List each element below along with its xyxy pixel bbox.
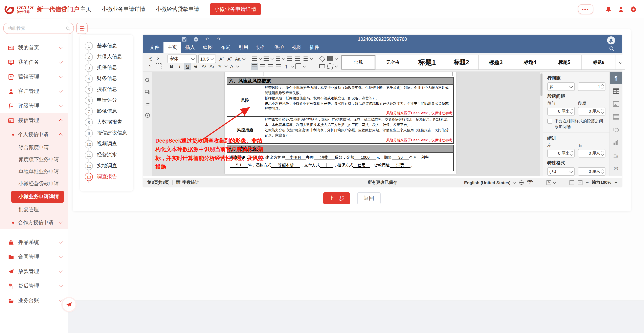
- header-footer-panel-icon[interactable]: [610, 111, 622, 123]
- stepper-icon[interactable]: [602, 84, 604, 89]
- numbered-list-icon[interactable]: [262, 55, 270, 62]
- sidebar-item-bottom-1[interactable]: 合同管理: [0, 250, 68, 264]
- styles-more-button[interactable]: [616, 55, 625, 70]
- select-icon[interactable]: [155, 63, 162, 70]
- zoom-level[interactable]: 缩放100%: [592, 180, 611, 185]
- back-button[interactable]: 返回: [357, 192, 381, 204]
- style-6[interactable]: 标题5: [547, 55, 582, 70]
- font-color-icon[interactable]: A: [228, 63, 235, 70]
- page-indicator[interactable]: 第3页共3页: [147, 180, 169, 185]
- same-style-checkbox-row[interactable]: 不要在相同样式的段落之间添加间隔: [547, 118, 606, 129]
- step-item-2[interactable]: 2共借人信息: [85, 51, 133, 62]
- scrollbar-thumb[interactable]: [540, 74, 542, 96]
- sidebar-subitem-0-1[interactable]: 额度项下业务申请: [0, 153, 68, 166]
- style-4[interactable]: 标题3: [479, 55, 513, 70]
- bold-icon[interactable]: B: [168, 63, 175, 70]
- editor-menu-6[interactable]: 协作: [252, 42, 270, 53]
- language-select[interactable]: English (United States): [464, 180, 516, 185]
- sidebar-item-bottom-3[interactable]: 贷后管理: [0, 279, 68, 293]
- top-tab-1[interactable]: 小微业务申请详情: [102, 6, 145, 13]
- sidebar-item-credit[interactable]: 授信管理: [0, 113, 68, 128]
- superscript-icon[interactable]: A²: [200, 63, 208, 70]
- editor-menu-2[interactable]: 插入: [181, 42, 199, 53]
- step-item-5[interactable]: 5授权信息: [85, 84, 133, 95]
- style-7[interactable]: 标题6: [582, 55, 616, 70]
- track-changes-icon[interactable]: ✎: [546, 180, 556, 185]
- indent-right-input[interactable]: 0 厘米: [578, 149, 606, 158]
- insert-shape-icon[interactable]: [326, 63, 334, 70]
- sidebar-subgroup-0[interactable]: 个人授信申请: [0, 128, 68, 141]
- stepper-icon[interactable]: [571, 109, 573, 114]
- sidebar-item-4[interactable]: 评级管理: [0, 99, 68, 113]
- function-search-box[interactable]: [3, 23, 74, 34]
- align-center-icon[interactable]: [259, 63, 266, 70]
- function-search-input[interactable]: [7, 26, 66, 31]
- editor-menu-3[interactable]: 绘图: [199, 42, 217, 53]
- editor-avatar[interactable]: 李: [607, 36, 615, 45]
- editor-menu-1[interactable]: 主页: [164, 42, 181, 53]
- style-1[interactable]: 无空格: [376, 55, 410, 70]
- fit-width-icon[interactable]: ↔: [578, 180, 582, 185]
- align-right-icon[interactable]: [267, 63, 274, 70]
- editor-menu-9[interactable]: 插件: [306, 42, 323, 53]
- special-amount-input[interactable]: 0 厘米: [578, 167, 606, 176]
- step-item-9[interactable]: 9授信建议信息: [85, 128, 133, 139]
- textart-panel-icon[interactable]: Ta: [610, 149, 622, 162]
- comments-icon[interactable]: [145, 89, 150, 95]
- spacing-after-input[interactable]: 0 厘米: [578, 107, 606, 116]
- sidebar-item-bottom-0[interactable]: 押品系统: [0, 235, 68, 250]
- step-item-7[interactable]: 7影像信息: [85, 106, 133, 117]
- user-icon[interactable]: [617, 6, 624, 13]
- step-item-6[interactable]: 6申请评分: [85, 95, 133, 106]
- line-spacing-icon[interactable]: [302, 55, 309, 62]
- top-tab-0[interactable]: 主页: [80, 6, 91, 13]
- mailmerge-panel-icon[interactable]: ✉: [610, 162, 622, 174]
- increase-indent-icon[interactable]: [294, 55, 301, 62]
- editor-menu-5[interactable]: 引用: [234, 42, 252, 53]
- paragraph-panel-icon[interactable]: ¶: [610, 72, 622, 84]
- chart-panel-icon[interactable]: [610, 137, 622, 149]
- floating-feedback-button[interactable]: [62, 298, 76, 311]
- cut-icon[interactable]: ✂: [155, 55, 162, 62]
- style-5[interactable]: 标题4: [513, 55, 547, 70]
- shrink-font-icon[interactable]: Aˇ: [226, 55, 233, 62]
- stepper-icon[interactable]: [602, 151, 604, 156]
- step-item-4[interactable]: 4财务信息: [85, 73, 133, 84]
- sidebar-item-2[interactable]: 营销管理: [0, 70, 68, 84]
- paragraph-marks-icon[interactable]: ¶: [283, 63, 290, 70]
- editor-search-icon[interactable]: [609, 46, 614, 51]
- highlight-color-icon[interactable]: ✎: [216, 63, 224, 70]
- sidebar-item-bottom-2[interactable]: 放款管理: [0, 264, 68, 279]
- zoom-in-icon[interactable]: +: [614, 179, 618, 185]
- sidebar-subitem-0-5[interactable]: 批复管理: [0, 204, 68, 216]
- navigation-icon[interactable]: [145, 101, 150, 106]
- globe-icon[interactable]: [519, 180, 524, 185]
- image-panel-icon[interactable]: [610, 98, 622, 110]
- align-left-icon[interactable]: [251, 63, 258, 70]
- sidebar-collapse-button[interactable]: [76, 23, 88, 34]
- sidebar-subitem-0-3[interactable]: 小微经营贷款申请: [0, 178, 68, 190]
- align-justify-icon[interactable]: [275, 63, 282, 70]
- step-item-3[interactable]: 3担保信息: [85, 62, 133, 73]
- shading-icon[interactable]: [295, 63, 302, 70]
- underline-icon[interactable]: U: [184, 63, 191, 70]
- editor-menu-7[interactable]: 保护: [270, 42, 288, 53]
- stepper-icon[interactable]: [571, 151, 573, 156]
- paste-icon[interactable]: ⎗: [147, 63, 154, 70]
- previous-step-button[interactable]: 上一步: [323, 192, 350, 204]
- spellcheck-icon[interactable]: ABC✓: [527, 179, 533, 185]
- editor-menu-0[interactable]: 文件: [146, 42, 164, 53]
- style-0[interactable]: 常规: [342, 55, 376, 70]
- decrease-indent-icon[interactable]: [286, 55, 293, 62]
- word-count-label[interactable]: 字数统计: [182, 180, 199, 185]
- copy-icon[interactable]: ⎘: [147, 55, 154, 62]
- sidebar-subitem-0-0[interactable]: 综合额度申请: [0, 141, 68, 153]
- change-case-icon[interactable]: Aa: [234, 55, 241, 62]
- strikethrough-icon[interactable]: S: [192, 63, 200, 70]
- step-item-10[interactable]: 10视频调查: [85, 139, 133, 149]
- step-item-12[interactable]: 12实地调查: [85, 160, 133, 171]
- top-tab-2[interactable]: 小微经营贷款申请: [156, 6, 200, 13]
- font-name-select[interactable]: 宋体: [168, 55, 196, 63]
- grow-font-icon[interactable]: Aˆ: [218, 55, 225, 62]
- bell-icon[interactable]: [605, 6, 612, 13]
